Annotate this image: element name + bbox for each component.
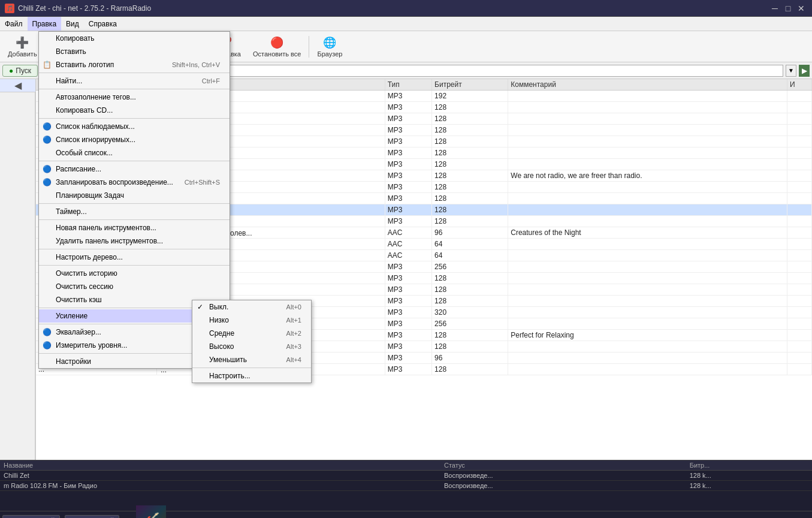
- cell-type: MP3: [385, 91, 431, 102]
- cell-index: [787, 204, 811, 216]
- menu-help[interactable]: Справка: [84, 17, 122, 31]
- col-bitrate[interactable]: Битрейт: [432, 79, 508, 91]
- next-button[interactable]: ▶ Следующий: [65, 515, 119, 518]
- menu-copy-cd[interactable]: Копировать CD...: [39, 104, 230, 117]
- cell-index: [787, 330, 811, 341]
- cell-index: [787, 102, 811, 113]
- menu-clear-history[interactable]: Очистить историю: [39, 267, 230, 280]
- menu-file[interactable]: Файл: [0, 17, 28, 31]
- cell-index: [787, 91, 811, 102]
- menu-plan-play[interactable]: 🔵 Запланировать воспроизведение... Ctrl+…: [39, 176, 230, 189]
- playlist-cell-status: Воспроизведе...: [440, 471, 686, 481]
- menu-copy[interactable]: Копировать: [39, 32, 230, 45]
- cell-index: [787, 170, 811, 182]
- menu-task-scheduler[interactable]: Планировщик Задач: [39, 189, 230, 202]
- title-bar: 🎵 Chilli Zet - chi - net - 2.75.2 - Rarm…: [0, 0, 812, 17]
- cell-index: [787, 307, 811, 318]
- cell-comment: Perfect for Relaxing: [508, 330, 787, 341]
- album-art: 🎸: [136, 505, 166, 519]
- cell-type: AAC: [385, 250, 431, 261]
- menu-schedule[interactable]: 🔵 Расписание...: [39, 162, 230, 176]
- cell-index: [787, 227, 811, 239]
- playlist-area: Название Статус Битр... Chilli Zet Воспр…: [0, 460, 812, 511]
- cell-type: MP3: [385, 284, 431, 296]
- playlist-table: Название Статус Битр... Chilli Zet Воспр…: [0, 460, 812, 491]
- stop-all-button[interactable]: 🔴 Остановить все: [247, 33, 306, 61]
- cell-index: [787, 250, 811, 261]
- menu-special-list[interactable]: Особый список...: [39, 146, 230, 159]
- cell-comment: [508, 204, 787, 216]
- cell-index: [787, 136, 811, 147]
- sidebar-up-button[interactable]: ◀: [0, 79, 35, 92]
- minimize-button[interactable]: ─: [769, 2, 781, 14]
- url-dropdown[interactable]: ▼: [786, 65, 796, 77]
- playlist-cell-name: m Radio 102.8 FM - Бим Радио: [0, 481, 440, 491]
- cell-bitrate: 128: [432, 182, 508, 193]
- maximize-button[interactable]: □: [782, 2, 794, 14]
- cell-type: MP3: [385, 296, 431, 307]
- cell-bitrate: 128: [432, 113, 508, 125]
- col-type[interactable]: Тип: [385, 79, 431, 91]
- url-go-button[interactable]: ▶: [799, 65, 810, 77]
- cell-type: MP3: [385, 125, 431, 136]
- submenu-decrease[interactable]: Уменьшить Alt+4: [192, 353, 311, 366]
- menu-del-toolbar[interactable]: Удалить панель инструментов...: [39, 234, 230, 248]
- cell-index: [787, 353, 811, 364]
- playlist-header-row: Название Статус Битр...: [0, 460, 812, 471]
- playlist-col-status[interactable]: Статус: [440, 460, 686, 471]
- stop-all-icon: 🔴: [270, 36, 283, 49]
- playlist-row[interactable]: Chilli Zet Воспроизведе... 128 k...: [0, 471, 812, 481]
- play-button[interactable]: ● Пуск: [2, 65, 38, 77]
- cell-comment: [508, 216, 787, 227]
- play-dot: ●: [9, 67, 13, 75]
- cell-type: MP3: [385, 159, 431, 170]
- menu-new-toolbar[interactable]: Новая панель инструментов...: [39, 221, 230, 234]
- submenu-high[interactable]: Высоко Alt+3: [192, 340, 311, 353]
- cell-comment: [508, 102, 787, 113]
- cell-comment: [508, 182, 787, 193]
- cell-bitrate: 128: [432, 102, 508, 113]
- menu-paste[interactable]: Вставить: [39, 45, 230, 58]
- playlist-col-bitrate[interactable]: Битр...: [686, 460, 812, 471]
- cell-index: [787, 284, 811, 296]
- menu-ignorelist[interactable]: 🔵 Список игнорируемых...: [39, 133, 230, 146]
- sidebar: ◀: [0, 79, 36, 460]
- submenu-medium[interactable]: Средне Alt+2: [192, 327, 311, 340]
- submenu-off[interactable]: Выкл. Alt+0: [192, 300, 311, 314]
- cell-index: [787, 193, 811, 204]
- cell-comment: [508, 113, 787, 125]
- col-comment[interactable]: Комментарий: [508, 79, 787, 91]
- cell-comment: We are not radio, we are freer than radi…: [508, 170, 787, 182]
- browser-icon: 🌐: [323, 36, 336, 49]
- close-button[interactable]: ✕: [795, 2, 807, 14]
- prev-button[interactable]: ◀ Предыдущий: [2, 515, 60, 518]
- add-button[interactable]: ➕ Добавить: [2, 33, 43, 61]
- playlist-row[interactable]: m Radio 102.8 FM - Бим Радио Воспроизвед…: [0, 481, 812, 491]
- cell-comment: [508, 136, 787, 147]
- cell-bitrate: 128: [432, 296, 508, 307]
- cell-bitrate: 320: [432, 307, 508, 318]
- menu-config-tree[interactable]: Настроить дерево...: [39, 251, 230, 264]
- menu-edit[interactable]: Правка: [28, 17, 62, 31]
- cell-bitrate: 128: [432, 330, 508, 341]
- cell-index: [787, 273, 811, 284]
- menu-autofill[interactable]: Автозаполнение тегов...: [39, 91, 230, 104]
- menu-watchlist[interactable]: 🔵 Список наблюдаемых...: [39, 120, 230, 133]
- cell-type: MP3: [385, 102, 431, 113]
- submenu-custom[interactable]: Настроить...: [192, 369, 311, 383]
- cell-comment: [508, 125, 787, 136]
- menu-view[interactable]: Вид: [61, 17, 84, 31]
- cell-type: MP3: [385, 204, 431, 216]
- cell-type: MP3: [385, 330, 431, 341]
- menu-paste-logo[interactable]: 📋 Вставить логотип Shift+Ins, Ctrl+V: [39, 58, 230, 71]
- cell-comment: [508, 193, 787, 204]
- menu-timer[interactable]: Таймер...: [39, 205, 230, 218]
- playlist-col-name[interactable]: Название: [0, 460, 440, 471]
- menu-find[interactable]: Найти... Ctrl+F: [39, 74, 230, 88]
- submenu-low[interactable]: Низко Alt+1: [192, 314, 311, 327]
- cell-type: MP3: [385, 261, 431, 273]
- menu-clear-session[interactable]: Очистить сессию: [39, 280, 230, 293]
- cell-comment: [508, 341, 787, 353]
- col-index[interactable]: И: [787, 79, 811, 91]
- browser-button[interactable]: 🌐 Браузер: [312, 33, 348, 61]
